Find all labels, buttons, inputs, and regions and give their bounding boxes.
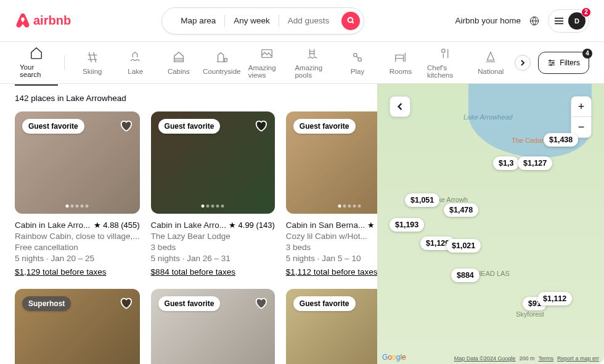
listing-image[interactable]: Guest favorite [286,289,377,364]
price-pin[interactable]: $1,112 [537,292,572,305]
map-data-link[interactable]: Map Data ©2024 Google [454,355,516,362]
listing-detail: Free cancellation [15,242,140,253]
brand-text: airbnb [33,14,71,28]
listing-badge: Guest favorite [158,119,221,134]
category-national[interactable]: National [469,44,512,81]
svg-point-12 [550,60,551,61]
search-who[interactable]: Add guests [279,15,338,27]
listing-image[interactable]: Superhost [15,289,140,364]
category-play[interactable]: Play [336,44,379,81]
host-link[interactable]: Airbnb your home [455,16,521,25]
search-bar[interactable]: Map area Any week Add guests [161,7,364,34]
heart-icon[interactable] [119,119,133,132]
price-pin[interactable]: $1,438 [544,133,578,147]
category-skiing[interactable]: Skiing [71,44,114,81]
image-dots [202,204,224,208]
listing-rating: ★ 4.96 (166) [367,220,377,231]
listing-image[interactable]: Guest favorite [15,111,140,214]
listing-card[interactable]: Superhost [15,289,140,364]
results-panel: 142 places in Lake Arrowhead Guest favor… [0,84,377,364]
search-when[interactable]: Any week [225,15,279,27]
listing-card[interactable]: Guest favorite [151,289,275,364]
search-where[interactable]: Map area [172,15,225,27]
map-terms-link[interactable]: Terms [538,355,553,362]
header: airbnb Map area Any week Add guests Airb… [0,0,604,42]
listing-subtitle: The Lazy Bear Lodge [151,231,275,242]
google-logo[interactable]: Google [382,353,406,362]
listing-badge: Superhost [22,296,71,311]
price-pin[interactable]: $884 [451,269,480,282]
heart-icon[interactable] [119,296,133,310]
filters-button[interactable]: Filters 4 [538,52,589,74]
category-scroll-next[interactable] [515,55,531,71]
content: 142 places in Lake Arrowhead Guest favor… [0,84,604,364]
zoom-in-button[interactable]: + [571,97,591,117]
map-zoom-control: + − [571,96,592,138]
results-count: 142 places in Lake Arrowhead [15,94,362,103]
category-amazing-views[interactable]: Amazing views [243,41,290,85]
map-footer: Map Data ©2024 Google 200 m Terms Report… [454,355,599,362]
listing-price: $1,129 total before taxes [15,267,140,278]
svg-point-13 [552,62,553,63]
price-pin[interactable]: $1,021 [446,239,481,253]
listings-grid: Guest favorite Cabin in Lake Arro... ★ 4… [15,111,362,364]
category-rooms[interactable]: Rooms [379,44,422,81]
listing-card[interactable]: Guest favorite Cabin in Lake Arro... ★ 4… [15,111,140,278]
category-your-search[interactable]: Your search [15,40,58,86]
search-button[interactable] [341,12,360,30]
listing-badge: Guest favorite [293,119,356,134]
listing-badge: Guest favorite [158,296,221,311]
listing-subtitle: Rainbow Cabin, close to village,... [15,231,140,242]
price-pin[interactable]: $1,478 [444,203,478,217]
listing-image[interactable]: Guest favorite [286,111,377,214]
header-right: Airbnb your home D 2 [455,9,589,33]
listing-detail: 3 beds [151,242,275,253]
category-countryside[interactable]: Countryside [200,44,243,81]
listing-price: $884 total before taxes [151,267,275,278]
listing-badge: Guest favorite [22,119,84,134]
heart-icon[interactable] [254,119,267,132]
listing-subtitle: Cozy lil Cabin w/Hot... [286,231,377,242]
listing-card[interactable]: Guest favorite Cabin in Lake Arro... ★ 4… [151,111,275,278]
map-back-button[interactable] [390,96,410,117]
price-pin[interactable]: $1,193 [390,218,424,232]
map-label-sky: Skyforest [516,310,544,318]
user-menu-button[interactable]: D 2 [548,9,589,33]
category-scroll[interactable]: Your search Skiing Lake Cabins Countrysi… [15,40,512,86]
heart-icon[interactable] [254,296,267,310]
notification-badge: 2 [581,7,591,17]
svg-point-0 [348,18,353,23]
listing-price: $1,112 total before taxes [286,267,377,278]
airbnb-logo[interactable]: airbnb [15,12,71,30]
price-pin[interactable]: $1,051 [405,193,439,207]
image-dots [66,204,89,208]
listing-dates: 5 nights · Jan 26 – 31 [151,253,275,264]
listing-image[interactable]: Guest favorite [151,289,275,364]
divider [64,55,65,70]
listing-title: Cabin in Lake Arro... [151,220,226,231]
svg-line-1 [352,22,354,23]
globe-icon[interactable] [529,16,539,26]
price-pin[interactable]: $1,127 [518,156,552,170]
filters-count-badge: 4 [582,49,592,59]
map-label-lake: Lake Arrowhead [463,113,513,121]
listing-card[interactable]: Guest favorite [286,289,377,364]
price-pin[interactable]: $1,3 [493,156,519,170]
listing-rating: ★ 4.99 (143) [229,220,275,231]
map-scale: 200 m [519,355,534,362]
listing-image[interactable]: Guest favorite [151,111,275,214]
listing-rating: ★ 4.88 (455) [94,220,140,231]
image-dots [338,204,361,208]
map-report-link[interactable]: Report a map err [557,355,599,362]
category-amazing-pools[interactable]: Amazing pools [290,41,336,85]
category-cabins[interactable]: Cabins [157,44,200,81]
svg-point-14 [550,64,552,65]
category-lake[interactable]: Lake [114,44,157,81]
map[interactable]: + − Lake Arrowhead The Cedar G Lake Arro… [377,84,604,364]
category-chefs-kitchens[interactable]: Chef's kitchens [422,41,469,85]
listing-dates: 5 nights · Jan 20 – 25 [15,253,140,264]
listing-card[interactable]: Guest favorite Cabin in San Berna... ★ 4… [286,111,377,278]
category-bar: Your search Skiing Lake Cabins Countrysi… [0,42,604,84]
listing-title: Cabin in Lake Arro... [15,220,90,231]
listing-detail: 3 beds [286,242,377,253]
